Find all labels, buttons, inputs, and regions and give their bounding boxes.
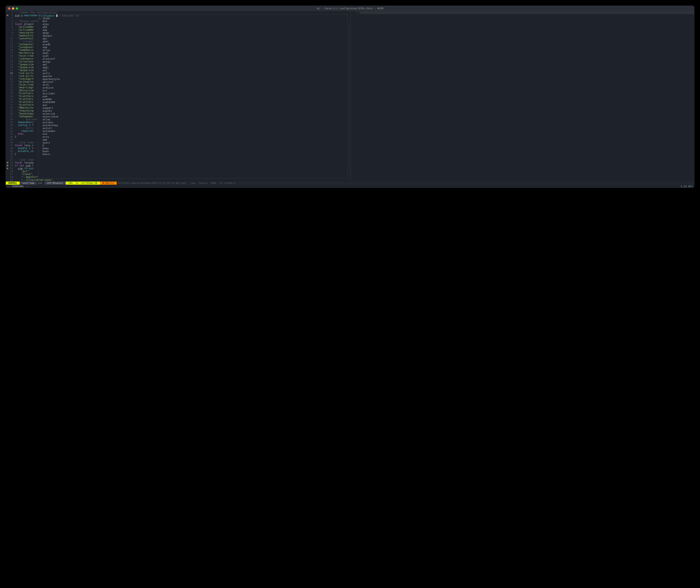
- fzf-item[interactable]: arch: [39, 84, 347, 86]
- empty-line: ~: [350, 138, 694, 141]
- fzf-cursor[interactable]: [56, 14, 58, 17]
- fzf-item-label: apache: [43, 75, 52, 78]
- fzf-item[interactable]: art: [39, 89, 347, 92]
- fzf-item[interactable]: apachestyle: [39, 78, 347, 81]
- fzf-item[interactable]: aspperl: [39, 107, 347, 110]
- zoom-icon[interactable]: [16, 7, 18, 10]
- fzf-item[interactable]: aflex: [39, 49, 347, 52]
- right-pane[interactable]: 1 ~~~~~~~~~~~~~~~~~~~~~~~~~~~~~~~~~~~~~~…: [350, 11, 694, 182]
- fzf-item[interactable]: basic: [39, 153, 347, 156]
- sign-column: [6, 112, 9, 115]
- fzf-item[interactable]: apache: [39, 75, 347, 78]
- sign-column: [6, 132, 9, 135]
- line-number: 29: [9, 92, 15, 95]
- sign-column: [6, 98, 9, 101]
- fzf-item[interactable]: asciidoc: [39, 92, 347, 95]
- separator: │: [348, 167, 350, 170]
- close-icon[interactable]: [8, 7, 10, 10]
- empty-line: ~: [350, 86, 694, 89]
- fzf-item[interactable]: ave: [39, 133, 347, 136]
- fzf-item[interactable]: automake: [39, 130, 347, 133]
- fzf-pointer-icon: [39, 55, 43, 58]
- tilde-icon: ~: [350, 138, 359, 141]
- fzf-item[interactable]: asm: [39, 95, 347, 98]
- separator: │: [348, 75, 350, 78]
- empty-line: ~: [350, 31, 694, 34]
- sign-column: [6, 150, 9, 153]
- fzf-item[interactable]: aap: [39, 29, 347, 32]
- tilde-icon: ~: [350, 34, 359, 37]
- sign-column: [6, 138, 9, 141]
- fzf-item[interactable]: ampl: [39, 66, 347, 69]
- empty-line: ~: [350, 20, 694, 23]
- fzf-pointer-icon: [39, 75, 43, 78]
- empty-line: ~: [350, 89, 694, 92]
- fzf-item[interactable]: abaqus: [39, 34, 347, 37]
- fzf-item[interactable]: autodoc: [39, 121, 347, 124]
- right-code-area[interactable]: 1 ~~~~~~~~~~~~~~~~~~~~~~~~~~~~~~~~~~~~~~…: [350, 11, 694, 182]
- fzf-item[interactable]: ant: [39, 69, 347, 72]
- fzf-item-label: amiga: [43, 60, 50, 63]
- fzf-item[interactable]: b: [39, 144, 347, 147]
- left-pane[interactable]: 1-- Leader key configurationW2vim.g.mapl…: [6, 11, 350, 182]
- tilde-icon: ~: [350, 115, 359, 118]
- fzf-item[interactable]: alsaconf: [39, 58, 347, 60]
- fzf-item[interactable]: awk: [39, 138, 347, 141]
- fzf-item[interactable]: ada: [39, 46, 347, 49]
- fzf-item[interactable]: aspvbs: [39, 110, 347, 112]
- sign-column: [6, 43, 9, 46]
- fzf-pointer-icon: [39, 26, 43, 29]
- empty-line: ~: [350, 147, 694, 150]
- separator: │: [348, 127, 350, 130]
- fzf-pointer-icon: [39, 141, 43, 144]
- fzf-item[interactable]: a65: [39, 26, 347, 29]
- fzf-item[interactable]: 8th: [39, 20, 347, 23]
- line-number: 36: [9, 112, 15, 115]
- separator: │: [348, 130, 350, 132]
- fzf-item[interactable]: autohotkey: [39, 124, 347, 127]
- fzf-item[interactable]: arduino: [39, 86, 347, 89]
- fzf-item[interactable]: abc: [39, 37, 347, 40]
- fzf-item[interactable]: atlas: [39, 118, 347, 121]
- fzf-item[interactable]: acedb: [39, 43, 347, 46]
- fzf-item[interactable]: avra: [39, 136, 347, 138]
- empty-line: ~: [350, 49, 694, 52]
- fzf-item[interactable]: ahdl: [39, 52, 347, 55]
- fzf-item[interactable]: aml: [39, 63, 347, 66]
- fzf-item[interactable]: asmh8300: [39, 101, 347, 104]
- code-line[interactable]: 59 "--filter=blob:none",: [6, 179, 350, 182]
- fzf-item[interactable]: abap: [39, 32, 347, 34]
- tilde-icon: ~: [350, 86, 359, 89]
- fzf-list[interactable]: > 2html 8th a2ps a65 aap abap abaqus abc…: [38, 17, 347, 156]
- fzf-item[interactable]: asterisk: [39, 112, 347, 115]
- fzf-item[interactable]: > 2html: [39, 17, 347, 20]
- code-line[interactable]: 1-- Leader key configuration: [6, 11, 350, 14]
- line-number: 7: [9, 28, 15, 31]
- separator: │: [348, 101, 350, 104]
- fzf-item[interactable]: baan: [39, 147, 347, 150]
- minimize-icon[interactable]: [12, 7, 14, 10]
- fzf-popup[interactable]: Filetypes> < 684/684 (0) > 2html 8th a2p…: [38, 14, 348, 179]
- fzf-item[interactable]: amiga: [39, 60, 347, 63]
- fzf-item[interactable]: ayacc: [39, 141, 347, 144]
- fzf-item[interactable]: abel: [39, 40, 347, 43]
- fzf-item[interactable]: aidl: [39, 55, 347, 58]
- status-filetype: lua: [36, 182, 44, 185]
- fzf-pointer-icon: [39, 40, 43, 43]
- tilde-icon: ~: [350, 69, 359, 72]
- fzf-item[interactable]: autoit: [39, 127, 347, 130]
- separator: │: [348, 104, 350, 106]
- fzf-item[interactable]: bash: [39, 150, 347, 153]
- fzf-item[interactable]: asm68k: [39, 98, 347, 101]
- line-number: 28: [9, 89, 15, 92]
- fzf-item[interactable]: a2ps: [39, 23, 347, 26]
- line-number: 20: [9, 66, 15, 69]
- fzf-item[interactable]: asteriskvm: [39, 115, 347, 118]
- command-line[interactable]: -- TERMINAL -- 1,12 All: [6, 185, 694, 188]
- fzf-item[interactable]: aptconf: [39, 81, 347, 84]
- fzf-item-label: aspvbs: [43, 110, 52, 112]
- tilde-icon: ~: [350, 31, 359, 34]
- fzf-item[interactable]: asn: [39, 104, 347, 107]
- fzf-item-label: aml: [43, 63, 47, 66]
- fzf-item[interactable]: antlr: [39, 72, 347, 75]
